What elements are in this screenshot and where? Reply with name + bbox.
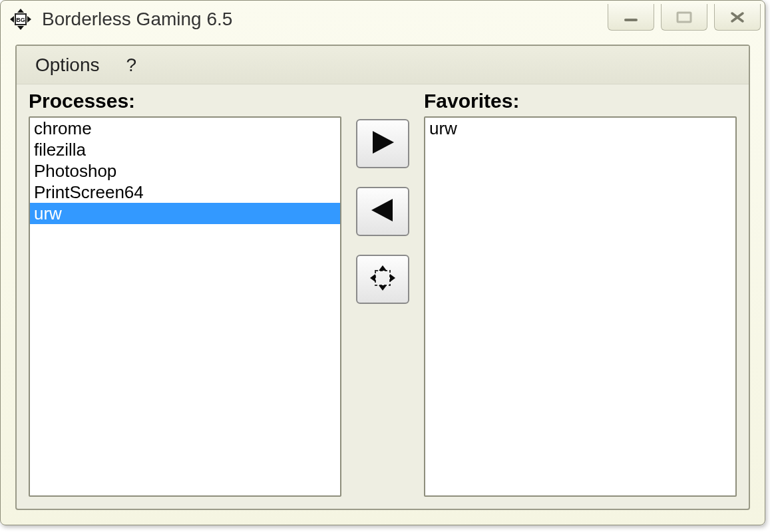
- svg-text:BG: BG: [16, 17, 25, 23]
- processes-label: Processes:: [29, 90, 341, 112]
- svg-marker-3: [10, 16, 14, 23]
- menubar: Options ?: [17, 46, 749, 84]
- favorites-panel: Favorites: urw: [424, 90, 737, 497]
- list-item[interactable]: urw: [30, 203, 340, 224]
- close-button[interactable]: [714, 4, 761, 31]
- menu-options[interactable]: Options: [35, 55, 100, 76]
- maximize-button[interactable]: [661, 4, 707, 31]
- minimize-button[interactable]: [608, 4, 654, 31]
- add-to-favorites-button[interactable]: [356, 119, 409, 168]
- list-item[interactable]: Photoshop: [30, 160, 340, 182]
- arrow-left-icon: [367, 195, 398, 228]
- titlebar: BG Borderless Gaming 6.5: [1, 1, 765, 38]
- app-icon: BG: [9, 7, 33, 31]
- list-item[interactable]: filezilla: [30, 139, 340, 160]
- favorites-listbox[interactable]: urw: [424, 116, 737, 497]
- window-title: Borderless Gaming 6.5: [42, 9, 608, 30]
- svg-rect-6: [624, 19, 638, 21]
- expand-icon: [367, 263, 398, 296]
- svg-marker-1: [17, 9, 24, 13]
- svg-marker-13: [370, 274, 375, 282]
- svg-rect-10: [375, 271, 390, 285]
- svg-marker-12: [379, 285, 387, 291]
- content: Processes: chromefilezillaPhotoshopPrint…: [17, 84, 749, 509]
- menu-help[interactable]: ?: [126, 55, 137, 76]
- make-borderless-button[interactable]: [356, 255, 409, 304]
- list-item[interactable]: urw: [425, 118, 735, 139]
- svg-marker-8: [373, 131, 394, 154]
- svg-marker-11: [379, 265, 387, 271]
- svg-marker-14: [390, 274, 395, 282]
- svg-marker-9: [371, 199, 393, 221]
- processes-panel: Processes: chromefilezillaPhotoshopPrint…: [29, 90, 341, 497]
- favorites-label: Favorites:: [424, 90, 737, 112]
- arrow-right-icon: [367, 127, 398, 160]
- client-area: Options ? Processes: chromefilezillaPhot…: [15, 45, 750, 510]
- remove-from-favorites-button[interactable]: [356, 187, 409, 236]
- svg-marker-4: [27, 16, 31, 23]
- svg-marker-2: [17, 26, 24, 30]
- list-item[interactable]: PrintScreen64: [30, 182, 340, 203]
- window-controls: [608, 8, 761, 31]
- svg-rect-7: [677, 13, 691, 22]
- list-item[interactable]: chrome: [30, 118, 340, 139]
- app-window: BG Borderless Gaming 6.5 Options ?: [0, 0, 765, 525]
- action-buttons-column: [352, 90, 413, 497]
- processes-listbox[interactable]: chromefilezillaPhotoshopPrintScreen64urw: [29, 116, 341, 497]
